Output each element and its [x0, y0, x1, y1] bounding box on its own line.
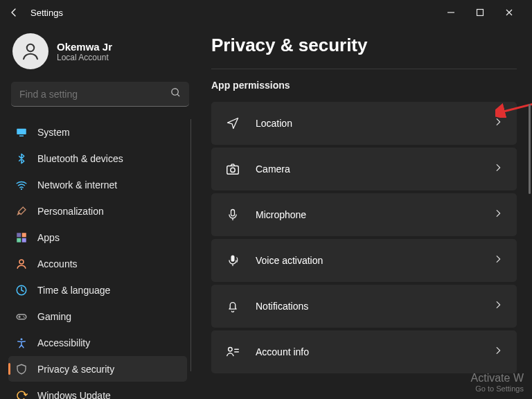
- update-icon: [15, 389, 28, 400]
- profile-block[interactable]: Okemwa Jr Local Account: [8, 30, 192, 82]
- permission-item-account-info[interactable]: Account info: [211, 330, 517, 373]
- sidebar-item-label: Bluetooth & devices: [37, 153, 123, 164]
- sidebar-item-label: Personalization: [37, 206, 104, 217]
- chevron-right-icon: [493, 300, 503, 312]
- sidebar-item-apps[interactable]: Apps: [8, 224, 187, 250]
- page-title: Privacy & security: [211, 35, 517, 56]
- account-info-icon: [225, 344, 240, 360]
- sidebar-item-network-internet[interactable]: Network & internet: [8, 172, 187, 197]
- permission-item-microphone[interactable]: Microphone: [211, 193, 517, 236]
- sidebar-nav: SystemBluetooth & devicesNetwork & inter…: [8, 119, 192, 399]
- svg-point-7: [21, 188, 22, 189]
- sidebar-scrollbar[interactable]: [190, 119, 191, 371]
- location-icon: [225, 116, 240, 131]
- gamepad-icon: [15, 310, 28, 323]
- sidebar-item-label: Apps: [37, 232, 60, 243]
- permission-label: Location: [256, 118, 478, 129]
- permission-item-location[interactable]: Location: [211, 102, 517, 145]
- microphone-icon: [225, 207, 240, 222]
- sidebar-item-personalization[interactable]: Personalization: [8, 198, 187, 224]
- permissions-list: LocationCameraMicrophoneVoice activation…: [211, 102, 517, 373]
- sidebar-item-privacy-security[interactable]: Privacy & security: [8, 356, 187, 382]
- shield-icon: [15, 363, 28, 375]
- clock-globe-icon: [15, 284, 28, 296]
- minimize-button[interactable]: [443, 5, 459, 20]
- svg-rect-5: [17, 128, 26, 134]
- window-controls: [443, 5, 526, 20]
- search-icon: [170, 87, 181, 100]
- svg-point-3: [172, 89, 178, 95]
- profile-name: Okemwa Jr: [57, 41, 112, 53]
- avatar: [12, 33, 48, 69]
- sidebar-item-gaming[interactable]: Gaming: [8, 303, 187, 329]
- permission-label: Microphone: [256, 209, 478, 220]
- svg-rect-11: [22, 238, 26, 242]
- accessibility-icon: [15, 337, 28, 349]
- back-button[interactable]: [6, 4, 22, 21]
- chevron-right-icon: [493, 117, 503, 130]
- brush-icon: [15, 205, 28, 218]
- sidebar-item-label: Privacy & security: [37, 364, 114, 375]
- permission-item-notifications[interactable]: Notifications: [211, 285, 517, 328]
- svg-rect-19: [231, 210, 235, 216]
- search-input[interactable]: [19, 89, 170, 100]
- activate-watermark: Activate W Go to Settings: [471, 371, 524, 393]
- svg-rect-6: [19, 135, 24, 136]
- svg-rect-8: [17, 233, 21, 237]
- sidebar-item-system[interactable]: System: [8, 119, 187, 145]
- chevron-right-icon: [493, 346, 503, 358]
- sidebar: Okemwa Jr Local Account SystemBluetooth …: [0, 25, 197, 399]
- main-panel: Privacy & security App permissions Locat…: [197, 25, 532, 399]
- sidebar-item-label: Accounts: [37, 258, 78, 269]
- sidebar-item-accessibility[interactable]: Accessibility: [8, 330, 187, 355]
- svg-point-2: [27, 44, 35, 52]
- voice-icon: [225, 253, 240, 268]
- main-scrollbar[interactable]: [529, 104, 531, 194]
- chevron-right-icon: [493, 254, 503, 267]
- titlebar: Settings: [0, 0, 532, 25]
- window-title: Settings: [30, 8, 63, 18]
- permission-label: Account info: [256, 346, 478, 357]
- svg-point-18: [231, 168, 235, 172]
- bluetooth-icon: [15, 152, 28, 165]
- svg-point-21: [229, 348, 233, 352]
- maximize-button[interactable]: [472, 5, 488, 20]
- sidebar-item-label: Windows Update: [37, 390, 111, 400]
- svg-line-4: [177, 94, 179, 96]
- sidebar-item-label: Network & internet: [37, 179, 117, 190]
- permission-label: Notifications: [256, 301, 478, 312]
- section-label: App permissions: [211, 80, 290, 91]
- person-icon: [15, 258, 28, 270]
- apps-icon: [15, 231, 28, 244]
- profile-subtitle: Local Account: [57, 53, 112, 62]
- sidebar-item-windows-update[interactable]: Windows Update: [8, 382, 187, 399]
- svg-rect-20: [231, 256, 235, 262]
- permission-item-camera[interactable]: Camera: [211, 148, 517, 190]
- permission-label: Voice activation: [256, 255, 478, 266]
- sidebar-item-time-language[interactable]: Time & language: [8, 277, 187, 303]
- wifi-icon: [15, 179, 28, 191]
- permission-item-voice-activation[interactable]: Voice activation: [211, 239, 517, 282]
- sidebar-item-label: Time & language: [37, 285, 110, 296]
- bell-icon: [225, 299, 240, 314]
- svg-point-15: [21, 338, 23, 340]
- permission-label: Camera: [256, 163, 478, 175]
- chevron-right-icon: [493, 163, 503, 175]
- search-box[interactable]: [11, 82, 189, 107]
- sidebar-item-accounts[interactable]: Accounts: [8, 251, 187, 276]
- svg-rect-10: [17, 238, 21, 242]
- chevron-right-icon: [493, 209, 503, 221]
- sidebar-item-label: Accessibility: [37, 337, 90, 348]
- divider: [211, 69, 517, 69]
- camera-icon: [225, 161, 240, 177]
- svg-rect-1: [477, 10, 484, 16]
- sidebar-item-bluetooth-devices[interactable]: Bluetooth & devices: [8, 145, 187, 171]
- sidebar-item-label: Gaming: [37, 311, 71, 322]
- sidebar-item-label: System: [37, 127, 70, 138]
- svg-rect-9: [22, 233, 26, 237]
- svg-rect-17: [227, 166, 239, 174]
- monitor-icon: [15, 126, 28, 139]
- svg-point-12: [19, 260, 24, 264]
- close-button[interactable]: [502, 5, 517, 20]
